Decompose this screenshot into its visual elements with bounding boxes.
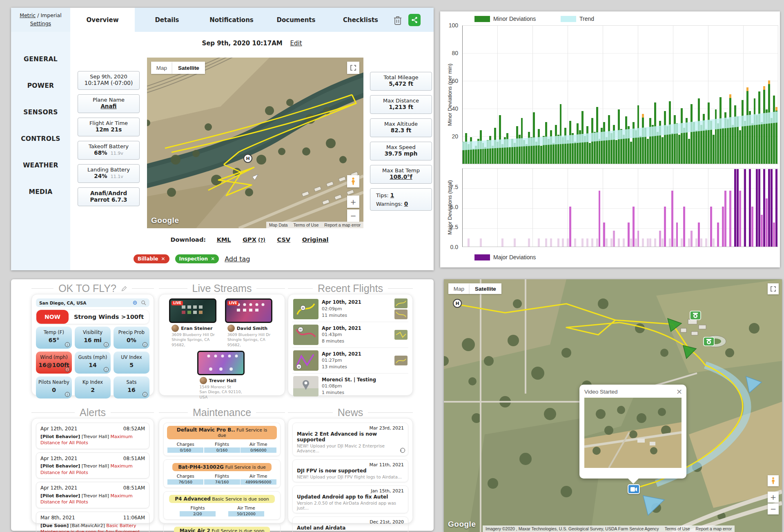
locate-icon[interactable] [132, 300, 138, 305]
ytick-20: 20 [440, 133, 458, 140]
alert-item[interactable]: Mar 8th, 202111:06AM [Due Soon] [Bat-Mav… [36, 512, 149, 532]
imperial-link[interactable]: Imperial [40, 12, 61, 18]
gpx-help-link[interactable]: (?) [258, 237, 265, 243]
tag-billable: Billable✕ [134, 254, 169, 263]
info-icon[interactable] [65, 392, 70, 397]
zoom-out-button[interactable]: − [768, 503, 779, 514]
flight-row[interactable]: H Apr 10th, 202102:09pm11 minutes [292, 296, 408, 322]
download-kml-link[interactable]: KML [217, 236, 231, 243]
now-button[interactable]: NOW [36, 310, 69, 324]
edit-date-link[interactable]: Edit [290, 40, 302, 47]
stat-max-speed: Max Speed39.75 mph [370, 142, 432, 160]
download-csv-link[interactable]: CSV [277, 236, 290, 243]
sidebar-item-weather[interactable]: WEATHER [23, 162, 58, 169]
alert-item[interactable]: Apr 12th, 202108:52AM [Pilot Behavior] [… [36, 423, 149, 449]
home-marker[interactable]: H [453, 299, 462, 308]
fullscreen-button[interactable] [768, 283, 779, 294]
flight-map-panel[interactable]: H Video Started × Map Satellite + − Goog… [444, 279, 782, 532]
svg-text:H: H [299, 328, 301, 332]
report-error-link[interactable]: Report a map error [321, 222, 363, 228]
close-icon[interactable]: × [676, 387, 682, 396]
tab-details[interactable]: Details [135, 8, 199, 32]
stat-max-distance: Max Distance1,213 ft [370, 95, 432, 114]
progress-bar: 76/160 [167, 479, 203, 485]
flight-thumbnail: H [293, 350, 318, 371]
flight-datetime: Sep 9th, 2020 10:17AM [202, 40, 282, 47]
alert-item[interactable]: Apr 12th, 202108:51AM [Pilot Behavior] [… [36, 482, 149, 508]
stream-thumbnail[interactable]: LIVE [169, 298, 216, 323]
cell-pilots: Pilots Nearby0 [36, 376, 72, 398]
stream-thumbnail[interactable] [197, 351, 245, 375]
flight-row[interactable]: Morenci St. | Testing01:08pm1 minutes [292, 374, 408, 399]
remove-tag-icon[interactable]: ✕ [161, 256, 165, 262]
share-button[interactable] [408, 14, 421, 26]
flight-row[interactable]: H Apr 10th, 202101:43pm8 minutes [292, 322, 408, 348]
download-gpx-link[interactable]: GPX [243, 236, 256, 243]
satellite-mode-button[interactable]: Satellite [470, 283, 501, 294]
sidebar-item-media[interactable]: MEDIA [29, 188, 52, 196]
info-icon[interactable] [104, 367, 109, 372]
info-icon[interactable] [65, 367, 70, 372]
terms-link[interactable]: Terms of Use [662, 525, 693, 532]
satellite-mode-button[interactable]: Satellite [172, 62, 205, 74]
map-attribution: Imagery ©2020 , Maxar Technologies, U.S.… [483, 525, 735, 532]
info-icon[interactable] [143, 392, 147, 397]
zoom-in-button[interactable]: + [768, 492, 779, 503]
metric-link[interactable]: Metric [20, 12, 36, 18]
video-marker[interactable] [628, 484, 640, 494]
download-original-link[interactable]: Original [302, 236, 329, 243]
pencil-icon[interactable] [121, 286, 127, 292]
progress-bar: 2/20 [180, 511, 216, 516]
tab-documents[interactable]: Documents [264, 8, 328, 32]
news-item[interactable]: Dec 21st, 2020 Autel and Airdata AirData… [292, 516, 408, 532]
share-icon [411, 16, 418, 24]
flight-map[interactable]: H Map Satellite + − Google Map Data Term… [147, 58, 363, 228]
report-error-link[interactable]: Report a map error [693, 525, 735, 532]
tab-notifications[interactable]: Notifications [199, 8, 264, 32]
pegman-control[interactable] [768, 475, 779, 486]
add-tag-link[interactable]: Add tag [225, 255, 250, 263]
maintenance-item: P4 Advanced Basic Service is due soon Fl… [163, 491, 281, 520]
tips-link[interactable]: 1 [390, 192, 394, 198]
pegman-control[interactable] [347, 175, 359, 187]
major-legend-swatch [474, 254, 490, 260]
fullscreen-icon [350, 65, 356, 71]
tab-overview[interactable]: Overview [70, 8, 135, 32]
home-marker[interactable]: H [243, 154, 252, 163]
flight-header: Metric / Imperial Settings Overview Deta… [11, 8, 434, 32]
info-icon[interactable] [104, 342, 109, 347]
settings-link[interactable]: Settings [30, 20, 51, 27]
search-icon[interactable] [141, 300, 146, 305]
minor-deviations-chart [462, 25, 778, 164]
trash-icon[interactable] [393, 15, 403, 25]
terms-link[interactable]: Terms of Use [290, 222, 321, 228]
warnings-link[interactable]: 0 [404, 200, 408, 207]
stat-date: Sep 9th, 202010:17AM (-07:00) [78, 71, 140, 90]
zoom-out-button[interactable]: − [347, 209, 359, 222]
info-icon[interactable] [143, 342, 147, 347]
streamer-address: 3609 Blueberry Hill DrShingle Springs, C… [227, 332, 275, 347]
tab-checklists[interactable]: Checklists [328, 8, 393, 32]
map-mode-button[interactable]: Map [448, 283, 470, 294]
news-item[interactable]: Mar 11th, 2021 DJI FPV is now supported … [292, 459, 408, 482]
stream-thumbnail[interactable]: LIVE [225, 298, 272, 323]
sidebar-item-sensors[interactable]: SENSORS [23, 109, 58, 116]
flight-row[interactable]: H Apr 10th, 202101:27pm13 minutes [292, 348, 408, 374]
sidebar-item-general[interactable]: GENERAL [24, 56, 58, 63]
news-item[interactable]: Mar 23rd, 2021 Mavic 2 Ent Advanced is n… [292, 423, 408, 456]
sidebar-item-power[interactable]: POWER [27, 82, 54, 89]
fullscreen-button[interactable] [347, 62, 359, 74]
news-item[interactable]: Jan 15th, 2021 Updated Android app to fi… [292, 485, 408, 513]
info-icon[interactable] [65, 342, 70, 347]
info-icon[interactable] [400, 448, 405, 453]
remove-tag-icon[interactable]: ✕ [211, 256, 215, 262]
imagery-credit: Imagery ©2020 , Maxar Technologies, U.S.… [483, 525, 662, 532]
popup-aerial-photo[interactable] [584, 398, 682, 468]
sidebar-item-controls[interactable]: CONTROLS [21, 135, 60, 142]
alert-item[interactable]: Apr 12th, 202108:51AM [Pilot Behavior] [… [36, 452, 149, 479]
alerts-card: Apr 12th, 202108:52AM [Pilot Behavior] [… [31, 418, 154, 523]
location-input[interactable]: San Diego, CA, USA [36, 298, 149, 307]
map-mode-button[interactable]: Map [151, 62, 172, 74]
progress-bar: 48999/96000 [241, 479, 276, 485]
zoom-in-button[interactable]: + [347, 196, 359, 208]
